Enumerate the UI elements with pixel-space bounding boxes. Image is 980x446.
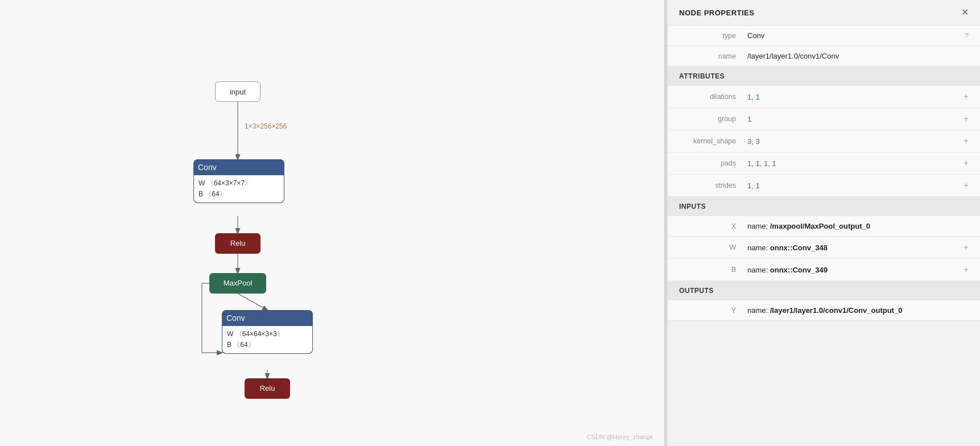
input-x-name: /maxpool/MaxPool_output_0: [770, 222, 870, 230]
node-conv2-header: Conv: [222, 310, 313, 326]
input-x-row: X name: /maxpool/MaxPool_output_0: [668, 216, 980, 237]
kernel-shape-plus[interactable]: +: [964, 136, 969, 146]
type-question: ?: [965, 31, 969, 40]
name-value: /layer1/layer1.0/conv1/Conv: [747, 52, 969, 60]
node-conv2[interactable]: Conv W 〈64×64×3×3〉 B 〈64〉: [222, 310, 313, 354]
input-b-plus[interactable]: +: [964, 265, 969, 275]
node-maxpool[interactable]: MaxPool: [209, 273, 266, 294]
kernel-shape-label: kernel_shape: [679, 137, 747, 145]
node-conv2-body: W 〈64×64×3×3〉 B 〈64〉: [222, 326, 313, 354]
input-w-label: W: [679, 243, 747, 251]
right-panel: NODE PROPERTIES ✕ type Conv ? name /laye…: [667, 0, 980, 446]
node-conv2-weight-b: B 〈64〉: [227, 340, 308, 350]
panel-header: NODE PROPERTIES ✕: [668, 0, 980, 26]
group-label: group: [679, 115, 747, 123]
pads-row: pads 1, 1, 1, 1 +: [668, 152, 980, 175]
pads-plus[interactable]: +: [964, 158, 969, 168]
name-label: name: [679, 52, 747, 60]
group-row: group 1 +: [668, 108, 980, 130]
type-value: Conv: [747, 31, 962, 40]
input-w-name: onnx::Conv_348: [770, 243, 828, 252]
kernel-shape-row: kernel_shape 3, 3 +: [668, 130, 980, 152]
input-w-value: name: onnx::Conv_348: [747, 243, 959, 252]
input-b-name: onnx::Conv_349: [770, 266, 828, 274]
node-relu2-label: Relu: [260, 384, 275, 393]
type-row: type Conv ?: [668, 26, 980, 46]
kernel-shape-value: 3, 3: [747, 137, 959, 146]
node-conv1-weight-b: B 〈64〉: [199, 189, 279, 200]
watermark: CSDN @Henry_zhangs: [587, 433, 653, 440]
type-label: type: [679, 32, 747, 40]
output-y-label: Y: [679, 307, 747, 315]
pads-label: pads: [679, 159, 747, 167]
output-y-row: Y name: /layer1/layer1.0/conv1/Conv_outp…: [668, 300, 980, 321]
canvas-area: 1×3×256×256 input Conv W 〈64×3×7×7〉 B 〈6…: [0, 0, 664, 446]
name-row: name /layer1/layer1.0/conv1/Conv: [668, 46, 980, 67]
panel-title: NODE PROPERTIES: [679, 9, 754, 17]
node-conv1-body: W 〈64×3×7×7〉 B 〈64〉: [193, 175, 284, 203]
strides-value: 1, 1: [747, 181, 959, 190]
node-conv1[interactable]: Conv W 〈64×3×7×7〉 B 〈64〉: [193, 159, 284, 203]
input-w-plus[interactable]: +: [964, 242, 969, 253]
input-b-label: B: [679, 266, 747, 274]
strides-label: strides: [679, 181, 747, 189]
output-y-value: name: /layer1/layer1.0/conv1/Conv_output…: [747, 306, 969, 315]
pads-value: 1, 1, 1, 1: [747, 159, 959, 168]
node-relu1[interactable]: Relu: [215, 233, 260, 254]
input-x-value: name: /maxpool/MaxPool_output_0: [747, 222, 969, 230]
strides-plus[interactable]: +: [964, 180, 969, 191]
attributes-section-header: ATTRIBUTES: [668, 67, 980, 86]
close-button[interactable]: ✕: [961, 8, 969, 17]
output-y-name: /layer1/layer1.0/conv1/Conv_output_0: [770, 306, 903, 315]
dilations-value: 1, 1: [747, 93, 959, 101]
group-value: 1: [747, 115, 959, 123]
panel-content: type Conv ? name /layer1/layer1.0/conv1/…: [668, 26, 980, 321]
input-b-value: name: onnx::Conv_349: [747, 266, 959, 274]
group-plus[interactable]: +: [964, 114, 969, 124]
node-relu2[interactable]: Relu: [245, 378, 290, 399]
input-x-label: X: [679, 222, 747, 230]
edge-label-input-conv1: 1×3×256×256: [245, 122, 287, 130]
node-conv1-weight-w: W 〈64×3×7×7〉: [199, 178, 279, 189]
node-input[interactable]: input: [215, 81, 260, 102]
dilations-row: dilations 1, 1 +: [668, 86, 980, 108]
strides-row: strides 1, 1 +: [668, 175, 980, 197]
dilations-plus[interactable]: +: [964, 92, 969, 102]
node-relu1-label: Relu: [230, 239, 246, 247]
svg-line-4: [238, 294, 267, 310]
node-conv1-header: Conv: [193, 159, 284, 175]
outputs-section-header: OUTPUTS: [668, 281, 980, 300]
graph-svg: [0, 0, 664, 446]
node-conv2-weight-w: W 〈64×64×3×3〉: [227, 329, 308, 340]
input-b-row: B name: onnx::Conv_349 +: [668, 259, 980, 281]
input-w-row: W name: onnx::Conv_348 +: [668, 237, 980, 259]
node-maxpool-label: MaxPool: [224, 279, 253, 287]
node-input-label: input: [230, 88, 246, 96]
dilations-label: dilations: [679, 93, 747, 101]
inputs-section-header: INPUTS: [668, 197, 980, 216]
